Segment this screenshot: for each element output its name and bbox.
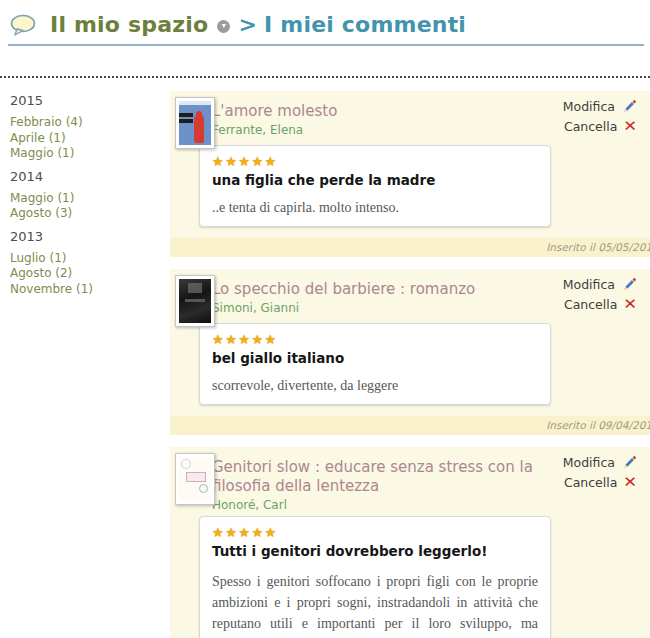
- edit-label[interactable]: Modifica: [563, 99, 615, 114]
- archive-month-link[interactable]: Aprile (1): [10, 131, 170, 147]
- edit-action[interactable]: Modifica: [563, 277, 637, 292]
- review-box: ★★★★★ Tutti i genitori dovrebbero legger…: [199, 516, 551, 638]
- edit-action[interactable]: Modifica: [563, 99, 637, 114]
- delete-x-icon[interactable]: ✕: [624, 475, 638, 490]
- archive-month-link[interactable]: Maggio (1): [10, 191, 170, 207]
- inserted-date: Inserito il 09/04/201: [170, 416, 650, 435]
- review-title: una figlia che perde la madre: [212, 172, 538, 188]
- breadcrumb-my-space[interactable]: Il mio spazio: [50, 12, 208, 37]
- card-actions: Modifica Cancella ✕: [563, 277, 637, 317]
- delete-action[interactable]: Cancella ✕: [563, 475, 637, 490]
- book-cover[interactable]: [175, 275, 215, 327]
- page: Il mio spazio ▾ > I miei commenti 2015 F…: [0, 0, 650, 638]
- delete-label[interactable]: Cancella: [564, 297, 617, 312]
- book-meta: Genitori slow : educare senza stress con…: [212, 455, 542, 512]
- book-cover-art: [179, 279, 211, 323]
- book-cover-art: [179, 457, 211, 501]
- archive-year-2013: 2013: [10, 229, 170, 244]
- page-header: Il mio spazio ▾ > I miei commenti: [8, 10, 644, 46]
- breadcrumb: Il mio spazio ▾ > I miei commenti: [50, 12, 466, 37]
- archive-month-link[interactable]: Agosto (2): [10, 266, 170, 282]
- rating-stars: ★★★★★: [212, 332, 538, 347]
- breadcrumb-separator: >: [238, 12, 257, 37]
- archive-month-link[interactable]: Febbraio (4): [10, 115, 170, 131]
- book-author: Ferrante, Elena: [212, 123, 542, 137]
- archive-month-link[interactable]: Luglio (1): [10, 251, 170, 267]
- edit-action[interactable]: Modifica: [563, 455, 637, 470]
- pencil-icon[interactable]: [622, 99, 637, 114]
- card-head: Lo specchio del barbiere : romanzo Simon…: [170, 269, 650, 319]
- book-meta: L'amore molesto Ferrante, Elena: [212, 99, 542, 137]
- speech-bubble-icon: [10, 14, 36, 36]
- book-title-link[interactable]: Lo specchio del barbiere : romanzo: [212, 280, 542, 299]
- comment-card: L'amore molesto Ferrante, Elena Modifica: [170, 91, 650, 257]
- archive-month-link[interactable]: Agosto (3): [10, 206, 170, 222]
- comment-card: Lo specchio del barbiere : romanzo Simon…: [170, 269, 650, 435]
- content: 2015 Febbraio (4) Aprile (1) Maggio (1) …: [0, 91, 650, 638]
- archive-month-link[interactable]: Novembre (1): [10, 282, 170, 298]
- card-head: Genitori slow : educare senza stress con…: [170, 447, 650, 512]
- delete-x-icon[interactable]: ✕: [624, 119, 638, 134]
- pencil-icon[interactable]: [622, 455, 637, 470]
- rating-stars: ★★★★★: [212, 154, 538, 169]
- book-title-link[interactable]: Genitori slow : educare senza stress con…: [212, 458, 542, 496]
- inserted-date: Inserito il 05/05/201: [170, 238, 650, 257]
- delete-action[interactable]: Cancella ✕: [563, 297, 637, 312]
- delete-x-icon[interactable]: ✕: [624, 297, 638, 312]
- delete-action[interactable]: Cancella ✕: [563, 119, 637, 134]
- card-actions: Modifica Cancella ✕: [563, 455, 637, 495]
- circle-chevron-icon[interactable]: ▾: [217, 20, 230, 33]
- book-title-link[interactable]: L'amore molesto: [212, 102, 542, 121]
- edit-label[interactable]: Modifica: [563, 455, 615, 470]
- comment-card: Genitori slow : educare senza stress con…: [170, 447, 650, 638]
- dotted-divider: [0, 76, 650, 78]
- breadcrumb-my-comments: I miei commenti: [264, 12, 466, 37]
- edit-label[interactable]: Modifica: [563, 277, 615, 292]
- book-meta: Lo specchio del barbiere : romanzo Simon…: [212, 277, 542, 315]
- card-actions: Modifica Cancella ✕: [563, 99, 637, 139]
- book-cover[interactable]: [175, 453, 215, 505]
- book-cover-art: [179, 101, 211, 145]
- review-body: scorrevole, divertente, da leggere: [212, 376, 538, 395]
- book-author: Honoré, Carl: [212, 498, 542, 512]
- archive-month-link[interactable]: Maggio (1): [10, 146, 170, 162]
- delete-label[interactable]: Cancella: [564, 475, 617, 490]
- book-author: Simoni, Gianni: [212, 301, 542, 315]
- review-title: bel giallo italiano: [212, 350, 538, 366]
- archive-year-2014: 2014: [10, 169, 170, 184]
- pencil-icon[interactable]: [622, 277, 637, 292]
- review-body: Spesso i genitori soffocano i propri fig…: [212, 571, 538, 638]
- review-box: ★★★★★ una figlia che perde la madre ..e …: [199, 145, 551, 227]
- review-title: Tutti i genitori dovrebbero leggerlo!: [212, 543, 538, 559]
- card-head: L'amore molesto Ferrante, Elena Modifica: [170, 91, 650, 141]
- delete-label[interactable]: Cancella: [564, 119, 617, 134]
- book-cover[interactable]: [175, 97, 215, 149]
- rating-stars: ★★★★★: [212, 525, 538, 540]
- archive-year-2015: 2015: [10, 93, 170, 108]
- review-body: ..e tenta di capirla. molto intenso.: [212, 198, 538, 217]
- archive-sidebar: 2015 Febbraio (4) Aprile (1) Maggio (1) …: [0, 91, 170, 638]
- review-box: ★★★★★ bel giallo italiano scorrevole, di…: [199, 323, 551, 405]
- comments-list: L'amore molesto Ferrante, Elena Modifica: [170, 91, 650, 638]
